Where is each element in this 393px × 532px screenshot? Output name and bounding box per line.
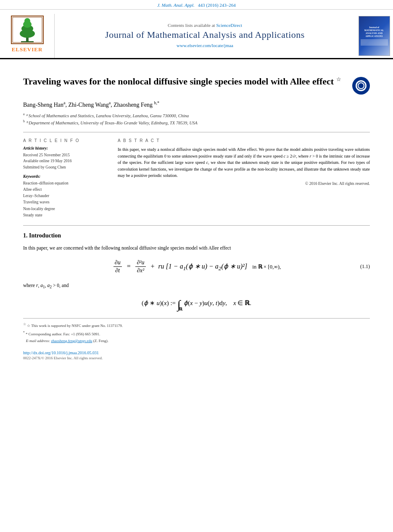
svg-point-5: [24, 18, 30, 24]
star-footnote-marker: ☆: [336, 76, 341, 82]
keywords-title: Keywords:: [23, 174, 105, 179]
keyword-1: Reaction–diffusion equation: [23, 180, 105, 187]
volume-info: 443 (2016) 243–264: [198, 3, 236, 8]
email-link[interactable]: zhaosheng.feng@utrgv.edu: [51, 339, 92, 343]
article-history-text: Received 25 November 2015 Available onli…: [23, 152, 105, 170]
elsevier-wordmark: ELSEVIER: [12, 46, 43, 53]
page-container: J. Math. Anal. Appl. 443 (2016) 243–264 …: [0, 0, 393, 532]
abstract-col: A B S T R A C T In this paper, we study …: [118, 138, 370, 219]
intro-paragraph-1: In this paper, we are concerned with the…: [23, 244, 370, 252]
submitted-by: Submitted by Goong Chen: [23, 164, 105, 170]
journal-url[interactable]: www.elsevier.com/locate/jmaa: [177, 43, 233, 48]
keyword-6: Steady state: [23, 212, 105, 219]
email-label: E-mail address:: [26, 339, 50, 343]
sciencedirect-link[interactable]: ScienceDirect: [216, 23, 242, 28]
section-title-introduction: 1. Introduction: [23, 232, 370, 239]
article-info-header: A R T I C L E I N F O: [23, 138, 105, 143]
sciencedirect-label: Contents lists available at ScienceDirec…: [168, 23, 242, 28]
equation-number-1-1: (1.1): [360, 263, 370, 270]
article-info-col: A R T I C L E I N F O Article history: R…: [23, 138, 105, 219]
journal-header: ELSEVIER Contents lists available at Sci…: [0, 10, 393, 59]
journal-cover-image: Journal ofMATHEMATICALANALYSIS ANDAPPLIC…: [355, 14, 393, 58]
abstract-text: In this paper, we study a nonlocal diffu…: [118, 146, 370, 179]
abstract-copyright: © 2016 Elsevier Inc. All rights reserved…: [118, 182, 370, 186]
abstract-header: A B S T R A C T: [118, 138, 370, 143]
paper-title-block: Traveling waves for the nonlocal diffusi…: [23, 75, 370, 95]
affiliations-block: a ᵃ School of Mathematics and Statistics…: [23, 112, 370, 126]
paper-title: Traveling waves for the nonlocal diffusi…: [23, 75, 346, 88]
footnote-email: E-mail address: zhaosheng.feng@utrgv.edu…: [23, 338, 370, 344]
doi-link[interactable]: http://dx.doi.org/10.1016/j.jmaa.2016.05…: [23, 350, 99, 355]
keyword-2: Allee effect: [23, 187, 105, 193]
crossmark-badge: [352, 77, 370, 95]
journal-title-block: Contents lists available at ScienceDirec…: [55, 14, 355, 58]
email-suffix: (Z. Feng).: [93, 339, 108, 343]
equation-convolution: (ϕ ∗ u)(x) := ∫ ℝ ϕ(x − y)u(y, t)dy, x ∈…: [142, 298, 251, 310]
keyword-5: Non-locality degree: [23, 206, 105, 212]
journal-main-title: Journal of Mathematical Analysis and App…: [105, 29, 305, 40]
keywords-list: Reaction–diffusion equation Allee effect…: [23, 180, 105, 219]
journal-citation: J. Math. Anal. Appl.: [157, 3, 195, 8]
issn-text: 0022-247X/© 2016 Elsevier Inc. All right…: [23, 356, 370, 360]
elsevier-tree-icon: [11, 15, 44, 45]
received-date: Received 25 November 2015: [23, 152, 105, 158]
available-date: Available online 19 May 2016: [23, 158, 105, 164]
journal-cover-box: Journal ofMATHEMATICALANALYSIS ANDAPPLIC…: [359, 16, 390, 56]
paper-section: Traveling waves for the nonlocal diffusi…: [0, 59, 393, 360]
crossmark-inner-circle: [358, 82, 364, 89]
intro-paragraph-2: where r, a1, a2 > 0, and: [23, 282, 370, 290]
equation-1-1-block: ∂u ∂t = ∂²u ∂x² + ru [1 − a1(ϕ ∗ u) − a2…: [23, 259, 370, 274]
affiliation-a: a ᵃ School of Mathematics and Statistics…: [23, 112, 370, 119]
article-history-title: Article history:: [23, 146, 105, 150]
partial-u-partial-t: ∂u ∂t: [113, 259, 122, 274]
abstract-divider: [23, 225, 370, 226]
footnote-star2: * * Corresponding author. Fax: +1 (956) …: [23, 330, 370, 337]
crossmark-icon: [352, 77, 370, 95]
equation-1-1: ∂u ∂t = ∂²u ∂x² + ru [1 − a1(ϕ ∗ u) − a2…: [112, 259, 281, 274]
keyword-3: Leray–Schauder: [23, 193, 105, 199]
affiliation-b: b ᵇ Department of Mathematics, Universit…: [23, 119, 370, 126]
keyword-4: Traveling waves: [23, 199, 105, 205]
footnote-star: ☆ ☆ This work is supported by NSFC under…: [23, 322, 370, 329]
cover-title-text: Journal ofMATHEMATICALANALYSIS ANDAPPLIC…: [364, 26, 384, 38]
footer-notes: ☆ ☆ This work is supported by NSFC under…: [23, 318, 370, 360]
equation-convolution-block: (ϕ ∗ u)(x) := ∫ ℝ ϕ(x − y)u(y, t)dy, x ∈…: [23, 298, 370, 310]
top-citation-bar: J. Math. Anal. Appl. 443 (2016) 243–264: [0, 0, 393, 10]
elsevier-logo-block: ELSEVIER: [0, 14, 55, 58]
authors-line: Bang-Sheng Hana, Zhi-Cheng Wanga, Zhaosh…: [23, 100, 370, 108]
partial2-u-partial-x2: ∂²u ∂x²: [135, 259, 145, 274]
section-divider: [23, 132, 370, 132]
two-col-section: A R T I C L E I N F O Article history: R…: [23, 138, 370, 219]
